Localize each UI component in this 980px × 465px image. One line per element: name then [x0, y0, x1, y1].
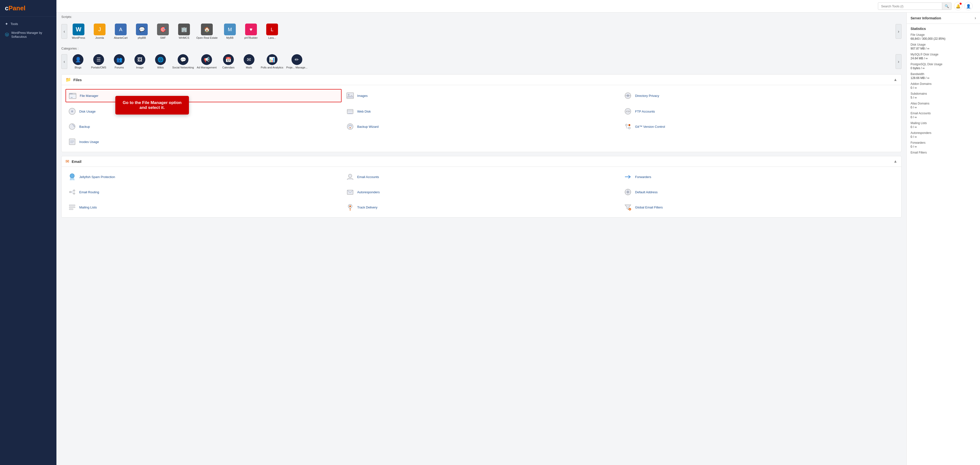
categories-next-button[interactable]: › — [896, 54, 902, 69]
track-delivery-icon — [345, 203, 355, 212]
script-mybb-label: MyBB — [226, 36, 233, 39]
portals-icon: ☰ — [93, 54, 104, 65]
ftp-accounts-item[interactable]: FTP FTP Accounts — [621, 105, 897, 117]
files-section-toggle[interactable]: ▲ — [893, 78, 897, 82]
script-joomla[interactable]: J Joomla — [90, 22, 110, 41]
svg-rect-47 — [69, 209, 73, 210]
category-polls-analytics[interactable]: 📊 Polls and Analytics — [260, 52, 285, 71]
social-icon: 💬 — [178, 54, 188, 65]
svg-point-49 — [349, 206, 351, 207]
mailing-lists-item[interactable]: Mailing Lists — [65, 201, 342, 213]
directory-privacy-label: Directory Privacy — [635, 94, 659, 98]
autoresponders-icon — [345, 187, 355, 197]
email-accounts-label: Email Accounts — [357, 175, 379, 179]
stat-row-6: Subdomains5 / ∞ — [910, 92, 976, 99]
script-ph7builder[interactable]: ♥ pH7Builder — [241, 22, 261, 41]
wordpress-icon: Ⓦ — [5, 32, 9, 38]
web-disk-icon — [345, 107, 355, 116]
server-information-header[interactable]: Server Information › — [907, 13, 980, 24]
statistics-section: Statistics File Usage68,843 / 300,000 (2… — [907, 24, 980, 160]
track-delivery-item[interactable]: Track Delivery — [344, 201, 620, 213]
category-social-networking[interactable]: 💬 Social Networking — [171, 52, 195, 71]
svg-point-37 — [73, 193, 75, 194]
stat-value-9: 0 / ∞ — [910, 125, 976, 129]
sidebar-item-tools[interactable]: ✦ Tools — [0, 19, 56, 29]
sidebar-item-wordpress-manager[interactable]: Ⓦ WordPress Manager by Softaculous — [0, 29, 56, 41]
stat-value-0: 68,843 / 300,000 (22.95%) — [910, 37, 976, 40]
category-image[interactable]: 🖼 Image — [130, 52, 150, 71]
search-input[interactable] — [878, 3, 942, 10]
category-project-manage[interactable]: ✏ Proje... Manage... — [285, 52, 309, 71]
email-accounts-icon — [345, 172, 355, 181]
file-manager-item[interactable]: File Manager — [65, 89, 342, 102]
user-button[interactable]: 👤 — [964, 2, 973, 10]
stat-value-2: 24.64 MB / ∞ — [910, 57, 976, 60]
script-whmcs[interactable]: 🏢 WHMCS — [174, 22, 194, 41]
search-button[interactable]: 🔍 — [942, 3, 951, 10]
scripts-prev-button[interactable]: ‹ — [61, 24, 67, 39]
files-section-icon: 📁 — [65, 77, 71, 83]
script-joomla-label: Joomla — [95, 36, 104, 39]
category-forums[interactable]: 👥 Forums — [110, 52, 129, 71]
category-social-label: Social Networking — [172, 66, 194, 69]
svg-line-29 — [70, 178, 71, 180]
category-calendars[interactable]: 📅 Calendars — [219, 52, 238, 71]
backup-item[interactable]: Backup — [65, 121, 342, 133]
smf-icon: 🎯 — [157, 24, 169, 35]
inodes-icon — [67, 137, 77, 146]
default-address-item[interactable]: Default Address — [621, 186, 897, 198]
files-section-body: File Manager Images Directory Privacy — [62, 85, 901, 152]
script-lara[interactable]: L Lara... — [262, 22, 282, 41]
forwarders-item[interactable]: Forwarders — [621, 171, 897, 183]
script-open-real-estate[interactable]: 🏠 Open Real Estate — [195, 22, 219, 41]
jellyfish-label: Jellyfish Spam Protection — [79, 175, 115, 179]
jellyfish-spam-item[interactable]: Jellyfish Spam Protection — [65, 171, 342, 183]
files-section-header-left: 📁 Files — [65, 77, 82, 83]
script-mybb[interactable]: M MyBB — [220, 22, 240, 41]
category-portals-cms[interactable]: ☰ Portals/CMS — [89, 52, 108, 71]
category-wikis-label: Wikis — [157, 66, 164, 69]
script-wordpress[interactable]: W WordPress — [69, 22, 88, 41]
svg-line-31 — [73, 178, 73, 180]
global-email-filters-item[interactable]: Global Email Filters — [621, 201, 897, 213]
backup-wizard-item[interactable]: Backup Wizard — [344, 121, 620, 133]
stat-value-10: 0 / ∞ — [910, 135, 976, 138]
stat-row-12: Email Filters — [910, 151, 976, 155]
email-routing-item[interactable]: Email Routing — [65, 186, 342, 198]
stat-label-4: Bandwidth — [910, 72, 976, 76]
git-label: Git™ Version Control — [635, 125, 665, 129]
categories-prev-button[interactable]: ‹ — [61, 54, 67, 69]
categories-track: 👤 Blogs ☰ Portals/CMS 👥 Forums 🖼 Image — [67, 51, 896, 72]
stat-row-9: Mailing Lists0 / ∞ — [910, 121, 976, 129]
script-phpbb[interactable]: 💬 phpBB — [132, 22, 152, 41]
svg-point-33 — [348, 174, 352, 178]
email-section-toggle[interactable]: ▲ — [893, 159, 897, 163]
email-section-header[interactable]: ✉ Email ▲ — [62, 156, 901, 167]
files-section-header[interactable]: 📁 Files ▲ — [62, 75, 901, 85]
git-version-control-item[interactable]: Git™ Version Control — [621, 121, 897, 133]
web-disk-item[interactable]: Web Disk — [344, 105, 620, 117]
mybb-icon: M — [224, 24, 236, 35]
stat-value-1: 907.87 MB / ∞ — [910, 47, 976, 50]
disk-usage-item[interactable]: Disk Usage — [65, 105, 342, 117]
category-mails[interactable]: ✉ Mails — [239, 52, 259, 71]
images-item[interactable]: Images — [344, 89, 620, 102]
directory-privacy-item[interactable]: Directory Privacy — [621, 89, 897, 102]
category-blogs[interactable]: 👤 Blogs — [68, 52, 88, 71]
ph7builder-icon: ♥ — [245, 24, 257, 35]
notification-button[interactable]: 🔔 — [954, 2, 963, 10]
script-smf[interactable]: 🎯 SMF — [153, 22, 173, 41]
category-ad-management[interactable]: 📢 Ad Management — [196, 52, 218, 71]
svg-line-39 — [71, 192, 73, 193]
category-wikis[interactable]: 🌐 Wikis — [151, 52, 170, 71]
script-abantecart[interactable]: A AbanteCart — [111, 22, 130, 41]
autoresponders-item[interactable]: Autoresponders — [344, 186, 620, 198]
email-accounts-item[interactable]: Email Accounts — [344, 171, 620, 183]
ad-management-icon: 📢 — [201, 54, 212, 65]
stat-label-7: Alias Domains — [910, 102, 976, 105]
sidebar-item-tools-label: Tools — [11, 22, 18, 26]
scripts-next-button[interactable]: › — [896, 24, 902, 39]
images-label: Images — [357, 94, 368, 98]
git-icon — [623, 122, 633, 131]
inodes-usage-item[interactable]: Inodes Usage — [65, 136, 342, 148]
